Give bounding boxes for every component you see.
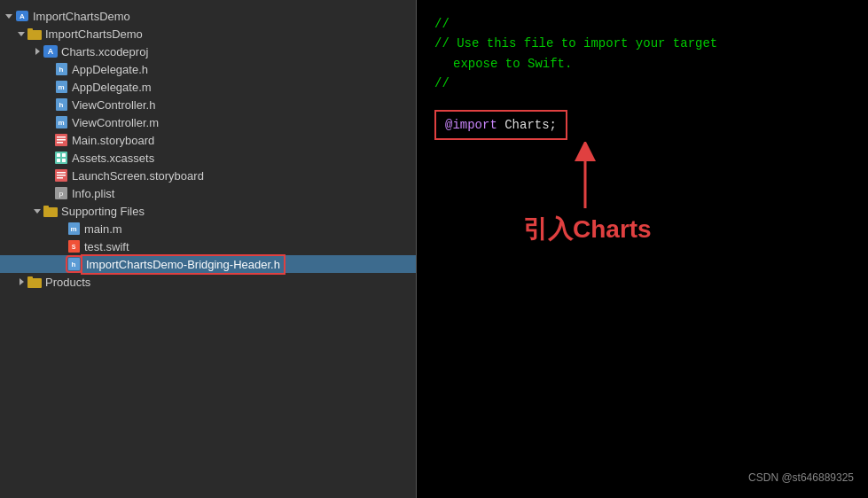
products-folder-icon (27, 275, 43, 289)
tree-item-supporting-files[interactable]: Supporting Files (0, 202, 416, 220)
svg-rect-14 (62, 159, 66, 162)
project-icon: A (14, 9, 30, 23)
main-m-icon (66, 222, 82, 236)
viewcontroller-m-label: ViewController.m (72, 116, 159, 129)
launch-storyboard-label: LaunchScreen.storyboard (72, 169, 204, 183)
xcodeproj-icon: A (43, 44, 59, 58)
svg-rect-3 (27, 28, 33, 32)
main-storyboard-label: Main.storyboard (72, 134, 154, 147)
svg-rect-9 (57, 142, 63, 144)
svg-rect-22 (43, 206, 49, 209)
annotation-arrow (559, 142, 612, 213)
code-line-4: // (434, 74, 850, 93)
import-box: @import Charts; (434, 110, 567, 140)
svg-rect-7 (57, 136, 66, 138)
products-label: Products (45, 276, 90, 289)
bridging-header-label: ImportChartsDemo-Bridging-Header.h (84, 258, 282, 271)
watermark: CSDN @st646889325 (748, 471, 854, 484)
annotation-label: 引入Charts (523, 213, 652, 246)
tree-item-appdelegate-m[interactable]: AppDelegate.m (0, 78, 416, 96)
supporting-files-folder-icon (43, 204, 59, 218)
tree-item-info-plist[interactable]: p Info.plist (0, 184, 416, 202)
project-folder-label: ImportChartsDemo (45, 27, 143, 41)
tree-item-viewcontroller-h[interactable]: ViewController.h (0, 96, 416, 113)
launch-storyboard-icon (53, 168, 69, 183)
m-file-icon (53, 80, 69, 94)
tree-item-main-m[interactable]: main.m (0, 220, 416, 237)
viewcontroller-m-icon (53, 115, 69, 129)
chevron-root (4, 11, 14, 21)
viewcontroller-h-icon (53, 97, 69, 112)
test-swift-label: test.swift (84, 240, 129, 253)
file-navigator: A ImportChartsDemo ImportChartsDemo (0, 0, 417, 498)
chevron-supporting-files (32, 206, 43, 216)
root-label: ImportChartsDemo (33, 10, 130, 23)
tree-item-assets[interactable]: Assets.xcassets (0, 149, 416, 167)
bridging-header-icon (66, 257, 82, 271)
svg-text:A: A (48, 47, 54, 56)
assets-icon (53, 151, 69, 165)
chevron-products (16, 276, 27, 287)
xcodeproj-label: Charts.xcodeproj (61, 45, 148, 58)
chevron-project-folder (16, 28, 27, 39)
assets-label: Assets.xcassets (72, 152, 154, 165)
h-file-icon (53, 62, 69, 76)
import-rest: Charts; (497, 118, 557, 132)
tree-item-test-swift[interactable]: test.swift (0, 237, 416, 255)
code-line-3: expose to Swift. (434, 54, 850, 74)
code-content: // // Use this file to import your targe… (434, 14, 850, 147)
svg-rect-13 (57, 159, 60, 162)
main-storyboard-icon (53, 133, 69, 147)
svg-rect-12 (62, 153, 66, 157)
test-swift-icon (66, 239, 82, 253)
svg-rect-10 (55, 152, 67, 164)
svg-rect-18 (57, 177, 63, 179)
svg-rect-17 (57, 175, 66, 176)
tree-item-project-folder[interactable]: ImportChartsDemo (0, 25, 416, 43)
code-import-line: @import Charts; (434, 103, 850, 147)
chevron-xcodeproj (32, 46, 43, 57)
code-line-2: // Use this file to import your target (434, 34, 850, 53)
tree-item-products[interactable]: Products (0, 273, 416, 291)
plist-icon: p (53, 186, 69, 200)
svg-text:p: p (59, 190, 64, 198)
tree-item-xcodeproj[interactable]: A Charts.xcodeproj (0, 43, 416, 60)
tree-item-launch-storyboard[interactable]: LaunchScreen.storyboard (0, 167, 416, 184)
svg-rect-16 (57, 172, 66, 174)
tree-item-bridging-header[interactable]: ImportChartsDemo-Bridging-Header.h (0, 255, 416, 273)
main-m-label: main.m (84, 222, 122, 236)
tree-item-main-storyboard[interactable]: Main.storyboard (0, 131, 416, 149)
svg-rect-11 (57, 153, 60, 157)
info-plist-label: Info.plist (72, 187, 114, 200)
code-editor: // // Use this file to import your targe… (417, 0, 868, 498)
tree-item-viewcontroller-m[interactable]: ViewController.m (0, 113, 416, 131)
viewcontroller-h-label: ViewController.h (72, 98, 155, 112)
code-line-1: // (434, 14, 850, 34)
svg-rect-24 (27, 276, 33, 280)
supporting-files-label: Supporting Files (61, 205, 145, 218)
file-tree: A ImportChartsDemo ImportChartsDemo (0, 0, 416, 298)
appdelegate-m-label: AppDelegate.m (72, 81, 152, 94)
tree-item-appdelegate-h[interactable]: AppDelegate.h (0, 60, 416, 78)
folder-yellow-icon (27, 27, 43, 41)
svg-rect-8 (57, 139, 66, 141)
tree-item-root[interactable]: A ImportChartsDemo (0, 7, 416, 25)
appdelegate-h-label: AppDelegate.h (72, 63, 148, 76)
import-keyword: @import (445, 118, 497, 132)
svg-text:A: A (20, 12, 25, 20)
